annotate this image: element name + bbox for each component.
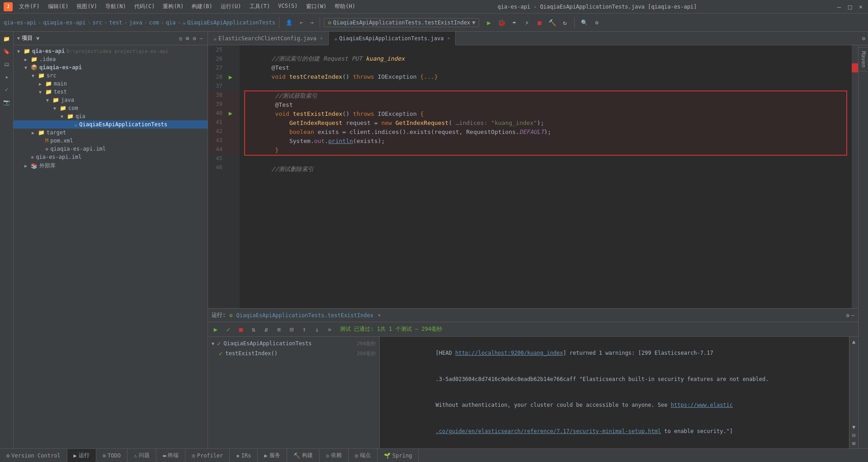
breadcrumb-src[interactable]: src	[93, 19, 103, 26]
debug-button[interactable]: 🐞	[495, 17, 507, 29]
scroll-right-btn1[interactable]: ⊟	[851, 431, 856, 439]
search-everywhere-button[interactable]: 🔍	[578, 18, 590, 27]
btab-version-control[interactable]: ⚙ Version Control	[0, 449, 67, 462]
menu-vcs[interactable]: VCS(S)	[274, 2, 301, 11]
tree-item-main[interactable]: ▶ 📁 main	[14, 80, 208, 88]
tree-item-target[interactable]: ▶ 📁 target	[14, 129, 208, 137]
run-down-btn[interactable]: ↓	[311, 324, 323, 335]
btab-spring[interactable]: 🌱 Spring	[377, 449, 419, 462]
btab-todo[interactable]: ≡ TODO	[96, 449, 127, 462]
tree-item-qiaqia[interactable]: ▼ 📦 qiaqia-es-api	[14, 63, 208, 71]
btab-profiler[interactable]: ◎ Profiler	[185, 449, 230, 462]
maximize-button[interactable]: □	[846, 3, 854, 10]
back-btn[interactable]: ←	[297, 18, 306, 27]
run-suite-item[interactable]: ▼ ✓ QiaqiaEsApiApplicationTests 294毫秒	[210, 338, 377, 348]
breadcrumb-qia[interactable]: qia	[166, 19, 176, 26]
tree-item-iml2[interactable]: ▶ ◈ qia-es-api.iml	[14, 153, 208, 161]
minimize-button[interactable]: —	[835, 3, 843, 10]
run-up-btn[interactable]: ↑	[298, 324, 310, 335]
tree-item-test-file[interactable]: ▶ ☕ QiaqiaEsApiApplicationTests	[14, 120, 208, 129]
run-stop-btn[interactable]: ■	[235, 324, 247, 335]
code-editor[interactable]: 25 26 27 28	[208, 45, 858, 308]
tree-item-idea[interactable]: ▶ 📁 .idea	[14, 55, 208, 63]
panel-dropdown-icon[interactable]: ▼	[36, 35, 39, 42]
stop-button[interactable]: ■	[533, 17, 545, 29]
rerun-button[interactable]: ▶	[210, 324, 222, 335]
structure-icon[interactable]: 🗂	[1, 59, 12, 70]
forward-btn[interactable]: →	[307, 18, 316, 27]
scroll-down-btn[interactable]: ▼	[851, 423, 856, 431]
settings-button[interactable]: ⚙	[592, 18, 601, 27]
btab-terminal[interactable]: ▬ 终端	[156, 449, 185, 462]
menu-edit[interactable]: 编辑(E)	[44, 2, 72, 11]
tab-close-1[interactable]: ×	[320, 36, 323, 41]
run-more-btn[interactable]: »	[324, 324, 335, 335]
settings-panel-icon[interactable]: ⚙	[192, 34, 197, 43]
todo-side-icon[interactable]: ✓	[1, 84, 12, 95]
coverage-button[interactable]: ☂	[508, 17, 520, 29]
output-link-1[interactable]: http://localhost:9200/kuang_index	[455, 350, 563, 356]
run-settings-icon[interactable]: ⚙	[846, 312, 849, 319]
run-gutter-28[interactable]: ▶	[226, 73, 235, 81]
run-output-area[interactable]: [HEAD http://localhost:9200/kuang_index]…	[380, 337, 849, 448]
scroll-up-btn[interactable]: ▲	[851, 338, 856, 346]
bookmark-icon[interactable]: 🔖	[1, 46, 12, 57]
tree-item-java[interactable]: ▼ 📁 java	[14, 96, 208, 104]
code-text-area[interactable]: //测试索引的创建 Request PUT kuang_index @Test …	[240, 45, 852, 308]
locate-icon[interactable]: ◎	[178, 34, 183, 43]
btab-irs[interactable]: ◈ IRs	[230, 449, 258, 462]
profile-btn[interactable]: 👤	[283, 18, 295, 27]
btab-problems[interactable]: ⚠ 问题	[127, 449, 156, 462]
run-button[interactable]: ▶	[483, 17, 495, 29]
profile-run-button[interactable]: ⚡	[521, 17, 533, 29]
run-minimize-icon[interactable]: —	[851, 312, 854, 319]
run-collapse-btn[interactable]: ⊟	[286, 324, 297, 335]
menu-tools[interactable]: 工具(T)	[246, 2, 274, 11]
breadcrumb-java[interactable]: java	[129, 19, 142, 26]
scroll-right-btn2[interactable]: ⊞	[851, 439, 856, 448]
tab-qiaqia-tests[interactable]: ☕ QiaqiaEsApiApplicationTests.java ×	[329, 32, 456, 45]
hide-panel-icon[interactable]: —	[199, 34, 204, 43]
breadcrumb-test[interactable]: test	[109, 19, 123, 26]
sync-button[interactable]: ↻	[559, 17, 571, 29]
run-sort-btn[interactable]: ⇅	[248, 324, 259, 335]
project-view-icon[interactable]: 📁	[1, 33, 12, 44]
menu-run[interactable]: 运行(U)	[217, 2, 245, 11]
tab-settings-icon[interactable]: ⚙	[861, 34, 866, 43]
run-method-item[interactable]: ✓ testExistIndex() 294毫秒	[210, 348, 377, 358]
tree-item-qia[interactable]: ▼ 📁 qia	[14, 112, 208, 120]
tree-item-ext-libs[interactable]: ▶ 📚 外部库	[14, 161, 208, 171]
run-align-btn[interactable]: ≡	[273, 324, 285, 335]
menu-refactor[interactable]: 重构(R)	[159, 2, 187, 11]
run-sort-btn2[interactable]: ⇵	[260, 324, 272, 335]
collapse-icon[interactable]: ▼	[17, 36, 20, 41]
btab-endpoints[interactable]: ◎ 端点	[349, 449, 377, 462]
menu-nav[interactable]: 导航(N)	[102, 2, 130, 11]
btab-services[interactable]: ▶ 服务	[258, 449, 287, 462]
btab-run[interactable]: ▶ 运行	[67, 449, 96, 462]
btab-deps[interactable]: ◇ 依赖	[320, 449, 349, 462]
build-button[interactable]: 🔨	[546, 17, 558, 29]
breadcrumb-module[interactable]: qiaqia-es-api	[43, 19, 85, 26]
maven-tab[interactable]: Maven	[858, 47, 868, 71]
breadcrumb-root[interactable]: qia-es-api	[4, 19, 36, 26]
breadcrumb-com[interactable]: com	[149, 19, 159, 26]
camera-icon[interactable]: 📷	[1, 97, 12, 108]
favorites-icon[interactable]: ★	[1, 71, 12, 82]
collapse-all-icon[interactable]: ⊞	[185, 34, 190, 43]
menu-view[interactable]: 视图(V)	[73, 2, 101, 11]
output-link-3[interactable]: .co/guide/en/elasticsearch/reference/7.1…	[436, 428, 661, 434]
menu-help[interactable]: 帮助(H)	[331, 2, 359, 11]
run-pass-btn[interactable]: ✓	[222, 324, 234, 335]
run-gutter-40[interactable]: ▶	[226, 110, 235, 117]
tree-item-root[interactable]: ▼ 📁 qia-es-api D:\project\idea project\q…	[14, 47, 208, 55]
tree-item-pom[interactable]: ▶ M pom.xml	[14, 137, 208, 145]
menu-window[interactable]: 窗口(W)	[302, 2, 330, 11]
tree-item-src[interactable]: ▼ 📁 src	[14, 71, 208, 80]
menu-build[interactable]: 构建(B)	[188, 2, 216, 11]
tab-elastic-config[interactable]: ☕ ElasticSearchClientConfig.java ×	[208, 32, 329, 45]
btab-build[interactable]: 🔨 构建	[287, 449, 320, 462]
run-tab-close[interactable]: ×	[378, 313, 381, 318]
menu-file[interactable]: 文件(F)	[15, 2, 43, 11]
breadcrumb-file[interactable]: ☕ QiaqiaEsApiApplicationTests	[183, 19, 275, 26]
